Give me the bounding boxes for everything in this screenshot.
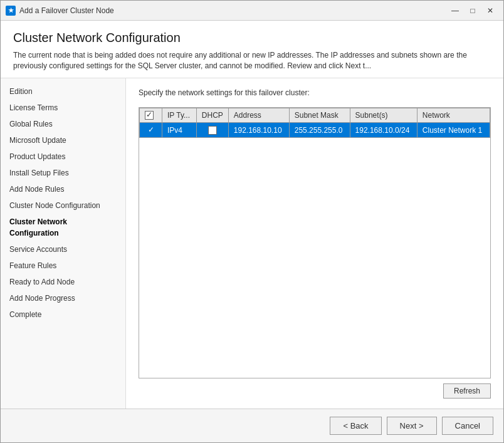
sidebar-item-install-setup-files[interactable]: Install Setup Files (1, 165, 125, 181)
title-bar-text: Add a Failover Cluster Node (19, 6, 447, 15)
sidebar-item-cluster-network-configuration[interactable]: Cluster Network Configuration (1, 214, 125, 241)
network-table: IP Ty... DHCP Address Subnet Mask Subnet… (139, 108, 490, 138)
row-dhcp-checkbox[interactable] (208, 126, 217, 135)
sidebar-item-feature-rules[interactable]: Feature Rules (1, 258, 125, 274)
sidebar-item-microsoft-update[interactable]: Microsoft Update (1, 132, 125, 149)
sidebar-item-global-rules[interactable]: Global Rules (1, 116, 125, 132)
main-content: Specify the network settings for this fa… (126, 78, 503, 409)
app-icon: ★ (6, 6, 16, 16)
sidebar-item-ready-to-add-node[interactable]: Ready to Add Node (1, 274, 125, 290)
page-header: Cluster Network Configuration The curren… (1, 21, 503, 78)
sidebar-item-product-updates[interactable]: Product Updates (1, 149, 125, 165)
header-checkbox[interactable] (145, 111, 154, 120)
row-subnetmask: 255.255.255.0 (289, 123, 350, 138)
back-button[interactable]: < Back (330, 417, 381, 435)
specify-text: Specify the network settings for this fa… (139, 88, 491, 97)
row-network: Cluster Network 1 (417, 123, 490, 138)
sidebar-item-service-accounts[interactable]: Service Accounts (1, 241, 125, 258)
main-window: ★ Add a Failover Cluster Node — □ ✕ Clus… (0, 0, 504, 443)
minimize-button[interactable]: — (447, 4, 463, 17)
col-header-dhcp: DHCP (196, 108, 228, 123)
table-row[interactable]: IPv4192.168.10.10255.255.255.0192.168.10… (140, 123, 490, 138)
col-header-address: Address (228, 108, 289, 123)
next-button[interactable]: Next > (387, 417, 437, 435)
sidebar-item-add-node-progress[interactable]: Add Node Progress (1, 290, 125, 306)
cancel-button[interactable]: Cancel (442, 417, 493, 435)
row-checkbox-cell (140, 123, 162, 138)
sidebar-item-cluster-node-configuration[interactable]: Cluster Node Configuration (1, 197, 125, 214)
sidebar-item-license-terms[interactable]: License Terms (1, 100, 125, 116)
col-header-subnets: Subnet(s) (350, 108, 417, 123)
page-title: Cluster Network Configuration (13, 31, 491, 45)
footer: < Back Next > Cancel (1, 409, 503, 442)
row-checkbox[interactable] (147, 126, 155, 135)
maximize-button[interactable]: □ (465, 4, 481, 17)
network-table-container: IP Ty... DHCP Address Subnet Mask Subnet… (139, 107, 491, 378)
sidebar-item-complete[interactable]: Complete (1, 306, 125, 323)
content-area: EditionLicense TermsGlobal RulesMicrosof… (1, 78, 503, 409)
refresh-button[interactable]: Refresh (443, 383, 491, 399)
sidebar-item-edition[interactable]: Edition (1, 83, 125, 100)
title-bar: ★ Add a Failover Cluster Node — □ ✕ (1, 1, 503, 21)
row-address: 192.168.10.10 (228, 123, 289, 138)
sidebar-item-add-node-rules[interactable]: Add Node Rules (1, 181, 125, 197)
row-subnets: 192.168.10.0/24 (350, 123, 417, 138)
col-header-network: Network (417, 108, 490, 123)
col-header-iptype: IP Ty... (162, 108, 197, 123)
page-description: The current node that is being added doe… (13, 50, 491, 71)
refresh-area: Refresh (139, 383, 491, 399)
sidebar: EditionLicense TermsGlobal RulesMicrosof… (1, 78, 126, 409)
row-iptype: IPv4 (162, 123, 197, 138)
close-button[interactable]: ✕ (482, 4, 498, 17)
title-bar-controls: — □ ✕ (447, 4, 498, 17)
col-header-subnetmask: Subnet Mask (289, 108, 350, 123)
col-header-checkbox (140, 108, 162, 123)
row-dhcp (196, 123, 228, 138)
